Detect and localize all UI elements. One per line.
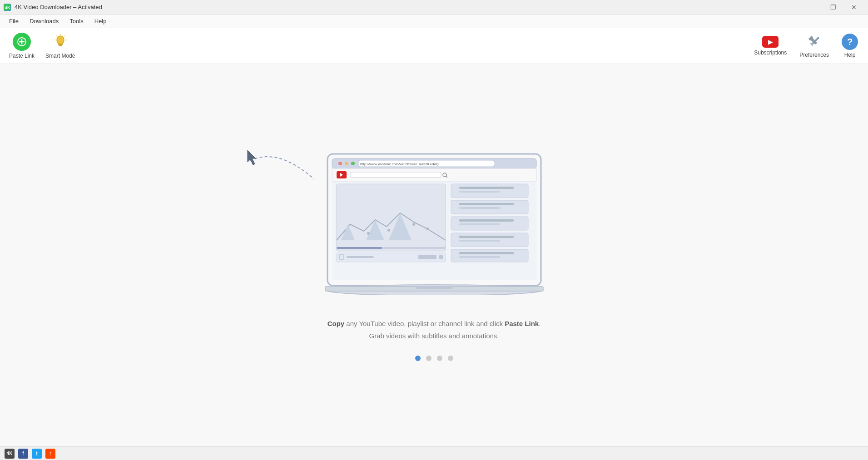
svg-rect-54 <box>459 223 500 225</box>
svg-line-10 <box>56 36 57 37</box>
title-bar: 4K 4K Video Downloader – Activated — ❐ ✕ <box>0 0 868 15</box>
dashed-path-decoration <box>250 152 323 190</box>
svg-rect-68 <box>416 287 452 289</box>
svg-rect-48 <box>459 191 500 193</box>
instruction-part4: . <box>539 320 541 327</box>
svg-line-11 <box>64 36 65 37</box>
main-content: http://www.youtube.com/watch?v=n_kwF9Led… <box>0 64 868 446</box>
svg-rect-50 <box>459 203 514 205</box>
window-title: 4K Video Downloader – Activated <box>15 4 102 10</box>
pagination-dot-1[interactable] <box>415 356 421 361</box>
help-label: Help <box>844 52 856 58</box>
smart-mode-button[interactable]: Smart Mode <box>42 31 79 61</box>
svg-rect-57 <box>459 240 500 242</box>
svg-point-41 <box>387 229 390 232</box>
instruction-text: Copy any YouTube video, playlist or chan… <box>327 317 541 342</box>
help-icon: ? <box>842 34 858 50</box>
laptop-illustration: http://www.youtube.com/watch?v=n_kwF9Led… <box>305 149 564 295</box>
laptop-svg: http://www.youtube.com/watch?v=n_kwF9Led… <box>305 149 564 295</box>
preferences-icon <box>806 34 823 50</box>
subscriptions-button[interactable]: Subscriptions <box>749 34 791 58</box>
instruction-copy-word: Copy <box>327 320 345 327</box>
svg-rect-47 <box>459 187 514 189</box>
svg-point-40 <box>367 232 370 235</box>
svg-point-43 <box>426 228 429 230</box>
svg-text:http://www.youtube.com/watch?v: http://www.youtube.com/watch?v=n_kwF9Led… <box>360 162 439 166</box>
status-bar: 4K f t r <box>0 446 868 460</box>
paste-link-icon <box>13 33 31 51</box>
instruction-paste-link-word: Paste Link <box>505 320 539 327</box>
pagination-dot-3[interactable] <box>437 356 442 361</box>
svg-rect-63 <box>347 256 374 258</box>
minimize-button[interactable]: — <box>802 0 823 15</box>
svg-rect-8 <box>59 45 62 46</box>
subscriptions-label: Subscriptions <box>754 49 787 56</box>
subscriptions-icon <box>762 36 779 48</box>
paste-link-label: Paste Link <box>9 53 35 59</box>
preferences-button[interactable]: Preferences <box>795 32 833 60</box>
svg-rect-59 <box>459 252 514 254</box>
pagination-dot-4[interactable] <box>448 356 453 361</box>
app-icon: 4K <box>4 4 11 11</box>
twitter-icon[interactable]: t <box>32 449 42 459</box>
title-bar-left: 4K 4K Video Downloader – Activated <box>4 4 102 11</box>
menu-downloads[interactable]: Downloads <box>24 16 64 26</box>
menu-tools[interactable]: Tools <box>64 16 89 26</box>
svg-point-24 <box>338 162 342 165</box>
cursor-icon <box>246 149 259 168</box>
svg-rect-58 <box>451 249 528 262</box>
svg-point-5 <box>57 36 64 44</box>
svg-rect-33 <box>350 172 441 178</box>
close-button[interactable]: ✕ <box>843 0 864 15</box>
svg-point-25 <box>345 162 348 165</box>
pagination-dot-2[interactable] <box>426 356 432 361</box>
toolbar: Paste Link Smart Mode Subscriptions <box>0 28 868 64</box>
svg-point-26 <box>351 162 355 165</box>
website-icon[interactable]: 4K <box>5 449 15 459</box>
menu-help[interactable]: Help <box>89 16 112 26</box>
menu-bar: File Downloads Tools Help <box>0 15 868 28</box>
svg-rect-65 <box>439 255 443 259</box>
svg-rect-53 <box>459 219 514 222</box>
preferences-label: Preferences <box>799 52 829 58</box>
svg-rect-45 <box>337 247 382 249</box>
help-button[interactable]: ? Help <box>837 32 863 60</box>
title-bar-controls: — ❐ ✕ <box>802 0 864 15</box>
facebook-icon[interactable]: f <box>18 449 28 459</box>
svg-rect-64 <box>418 255 436 259</box>
svg-marker-20 <box>248 150 256 165</box>
menu-file[interactable]: File <box>4 16 24 26</box>
pagination <box>415 356 453 361</box>
toolbar-right: Subscriptions <box>749 32 863 60</box>
svg-point-42 <box>412 223 415 226</box>
instruction-part2: any YouTube video, playlist or channel l… <box>344 320 505 327</box>
smart-mode-icon <box>51 33 69 51</box>
instruction-line2: Grab videos with subtitles and annotatio… <box>369 332 499 340</box>
restore-button[interactable]: ❐ <box>823 0 843 15</box>
svg-rect-36 <box>337 184 446 251</box>
paste-link-button[interactable]: Paste Link <box>5 31 38 61</box>
svg-rect-56 <box>459 236 514 238</box>
smart-mode-label: Smart Mode <box>45 53 75 59</box>
svg-text:4K: 4K <box>5 5 10 10</box>
reddit-icon[interactable]: r <box>45 449 55 459</box>
svg-rect-51 <box>459 207 500 209</box>
svg-rect-60 <box>459 256 500 258</box>
